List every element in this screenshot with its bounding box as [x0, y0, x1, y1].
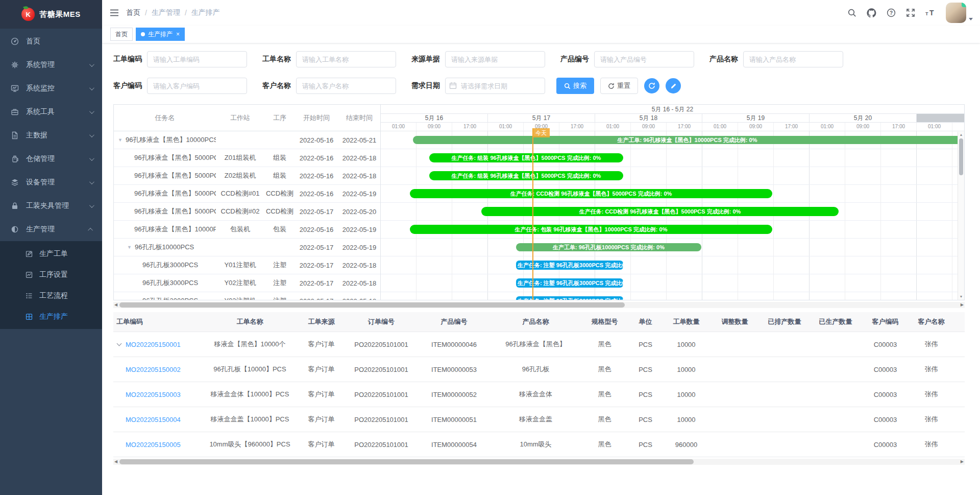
user-avatar[interactable] [946, 3, 966, 23]
scroll-right-icon[interactable]: ▶ [961, 459, 964, 465]
scroll-up-icon[interactable]: ▲ [958, 132, 964, 138]
chevron-down-icon [969, 18, 973, 20]
gantt-bar-task[interactable]: 生产任务: CCD检测 96孔移液盒【黑色】5000PCS 完成比例: 0% [481, 207, 839, 216]
work-order-name-input[interactable] [296, 51, 396, 67]
sidebar-item-process-setting[interactable]: 工序设置 [0, 264, 102, 285]
sidebar-item-equipment[interactable]: 设备管理 [0, 171, 102, 194]
work-order-link[interactable]: MO202205150004 [126, 416, 181, 423]
scrollbar-thumb[interactable] [119, 302, 625, 308]
active-dot [141, 32, 145, 36]
edit-schedule-button[interactable] [666, 78, 681, 93]
gantt-bar-work-order[interactable]: 生产工单: 96孔移液盒【黑色】10000PCS 完成比例: 0% [413, 136, 962, 144]
lock-icon [10, 202, 19, 210]
chevron-down-icon [89, 85, 94, 90]
timeline-scroll-block[interactable] [917, 114, 964, 122]
gantt-chart: 任务名 工作站 工序 开始时间 结束时间 ▼96孔移液盒【黑色】10000PCS… [113, 104, 965, 300]
gantt-task-row[interactable]: ▼96孔移液盒【黑色】10000PCS 2022-05-16 2022-05-2… [114, 131, 380, 149]
sidebar-item-fixture[interactable]: 工装夹具管理 [0, 194, 102, 218]
gantt-task-row[interactable]: 96孔孔板3000PCS Y02注塑机 注塑 2022-05-17 2022-0… [114, 274, 380, 292]
scroll-left-icon[interactable]: ◀ [114, 302, 117, 308]
product-code-input[interactable] [594, 51, 694, 67]
sidebar: K 苦糖果MES 首页 系统管理 系统监控 [0, 0, 102, 495]
gantt-task-row[interactable]: 96孔移液盒【黑色】5000PCS CCD检测#02 CCD检测 2022-05… [114, 203, 380, 221]
gantt-task-row[interactable]: 96孔移液盒【黑色】5000PCS Z01组装机 组装 2022-05-16 2… [114, 149, 380, 167]
table-row[interactable]: MO202205150001 移液盒【黑色】10000个 客户订单 PO2022… [113, 332, 965, 357]
collapse-caret-icon[interactable]: ▼ [127, 245, 132, 250]
search-button[interactable]: 搜索 [556, 78, 594, 94]
table-row[interactable]: MO202205150005 10mm吸头【960000】PCS 客户订单 PO… [113, 432, 965, 457]
gantt-task-grid: 任务名 工作站 工序 开始时间 结束时间 ▼96孔移液盒【黑色】10000PCS… [114, 105, 381, 300]
sidebar-item-home[interactable]: 首页 [0, 30, 102, 53]
gantt-bar-task[interactable]: 生产任务: 包装 96孔移液盒【黑色】10000PCS 完成比例: 0% [410, 225, 772, 234]
refresh-button[interactable] [644, 78, 659, 93]
table-header: 工单编码 工单名称 工单来源 订单编号 产品编号 产品名称 规格型号 单位 工单… [113, 312, 965, 332]
due-date-input[interactable] [445, 78, 545, 94]
breadcrumb-production-mgmt[interactable]: 生产管理 [152, 8, 180, 17]
user-menu[interactable] [946, 3, 973, 23]
sidebar-item-work-order[interactable]: 生产工单 [0, 243, 102, 264]
svg-text:?: ? [890, 10, 893, 16]
gantt-bar-task[interactable]: 生产任务: CCD检测 96孔移液盒【黑色】5000PCS 完成比例: 0% [410, 189, 772, 198]
sidebar-collapse-icon[interactable] [110, 9, 119, 17]
gantt-bar-work-order[interactable]: 生产工单: 96孔孔板10000PCS 完成比例: 0% [516, 243, 701, 251]
table-row[interactable]: MO202205150004 移液盒盒盖【10000】PCS 客户订单 PO20… [113, 407, 965, 432]
search-icon[interactable] [847, 8, 856, 17]
layers-icon [10, 178, 19, 186]
svg-text:T: T [925, 11, 928, 16]
gantt-task-row[interactable]: 96孔移液盒【黑色】10000PCS 包装机 包装 2022-05-16 202… [114, 221, 380, 239]
filter-label: 产品名称 [709, 55, 739, 64]
gantt-task-row[interactable]: 96孔移液盒【黑色】5000PCS CCD检测#01 CCD检测 2022-05… [114, 185, 380, 203]
scroll-right-icon[interactable]: ▶ [961, 302, 964, 308]
sidebar-item-warehouse[interactable]: 仓储管理 [0, 147, 102, 171]
breadcrumb-home[interactable]: 首页 [126, 8, 140, 17]
gantt-task-row[interactable]: 96孔移液盒【黑色】5000PCS Z02组装机 组装 2022-05-16 2… [114, 167, 380, 185]
svg-text:T: T [929, 9, 934, 17]
work-order-link[interactable]: MO202205150003 [126, 391, 181, 398]
table-row[interactable]: MO202205150003 移液盒盒体【10000】PCS 客户订单 PO20… [113, 382, 965, 407]
sidebar-item-production[interactable]: 生产管理 [0, 218, 102, 241]
work-order-link[interactable]: MO202205150005 [126, 441, 181, 449]
work-order-link[interactable]: MO202205150001 [126, 341, 181, 348]
gantt-bar-task[interactable]: 生产任务: 组装 96孔移液盒【黑色】5000PCS 完成比例: 0% [429, 171, 623, 180]
gantt-task-row[interactable]: 96孔孔板3000PCS Y01注塑机 注塑 2022-05-17 2022-0… [114, 256, 380, 274]
gantt-grid-header: 任务名 工作站 工序 开始时间 结束时间 [114, 105, 380, 131]
gantt-bar-task[interactable]: 生产任务: 组装 96孔移液盒【黑色】5000PCS 完成比例: 0% [429, 153, 623, 162]
sidebar-item-master-data[interactable]: 主数据 [0, 124, 102, 147]
sidebar-item-system-tools[interactable]: 系统工具 [0, 100, 102, 124]
sidebar-item-system-mgmt[interactable]: 系统管理 [0, 53, 102, 77]
table-row[interactable]: MO202205150002 96孔孔板【10000】PCS 客户订单 PO20… [113, 357, 965, 382]
source-doc-input[interactable] [445, 51, 545, 67]
gantt-task-row[interactable]: ▼96孔孔板10000PCS 2022-05-17 2022-05-19 [114, 239, 380, 256]
customer-code-input[interactable] [147, 78, 247, 94]
scroll-down-icon[interactable]: ▼ [958, 294, 964, 300]
scroll-left-icon[interactable]: ◀ [114, 459, 117, 465]
table-horizontal-scrollbar[interactable]: ◀ ▶ [113, 459, 965, 465]
font-size-icon[interactable]: TT [925, 8, 936, 17]
gantt-vertical-scrollbar[interactable]: ▲ ▼ [958, 132, 964, 300]
reset-button[interactable]: 重置 [600, 78, 638, 94]
filter-label: 工单编码 [113, 55, 143, 64]
gantt-horizontal-scrollbar[interactable]: ◀ ▶ [113, 302, 965, 308]
scrollbar-thumb[interactable] [959, 138, 963, 175]
sidebar-item-system-monitor[interactable]: 系统监控 [0, 77, 102, 100]
customer-name-input[interactable] [296, 78, 396, 94]
fullscreen-icon[interactable] [906, 8, 915, 17]
collapse-caret-icon[interactable]: ▼ [118, 137, 122, 143]
help-icon[interactable]: ? [887, 8, 896, 17]
filter-label: 客户编码 [113, 81, 143, 90]
expand-row-icon[interactable] [117, 341, 122, 346]
github-icon[interactable] [867, 8, 876, 18]
product-name-input[interactable] [743, 51, 843, 67]
work-order-link[interactable]: MO202205150002 [126, 366, 181, 373]
scrollbar-thumb[interactable] [119, 459, 694, 464]
tab-home[interactable]: 首页 [110, 28, 133, 41]
sidebar-item-scheduling[interactable]: 生产排产 [0, 306, 102, 327]
sidebar-item-process-flow[interactable]: 工艺流程 [0, 285, 102, 306]
filter-row-2: 客户编码 客户名称 需求日期 [113, 78, 980, 94]
close-icon[interactable]: × [176, 31, 180, 37]
gantt-task-row[interactable]: 96孔孔板3000PCS Y03注塑机 注塑 2022-05-17 2022-0… [114, 292, 380, 300]
tab-scheduling[interactable]: 生产排产 × [136, 28, 185, 41]
breadcrumb: 首页 / 生产管理 / 生产排产 [126, 8, 220, 17]
work-order-code-input[interactable] [147, 51, 247, 67]
chevron-down-icon [89, 156, 94, 161]
